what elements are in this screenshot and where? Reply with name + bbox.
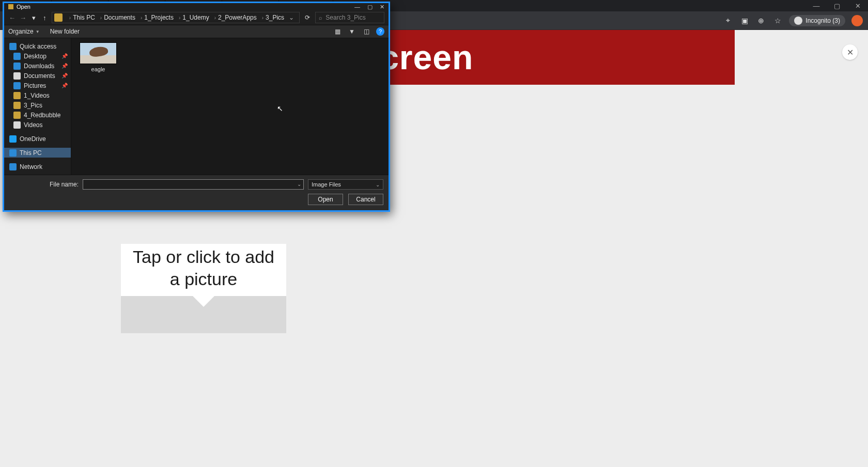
folder-icon (54, 13, 63, 22)
search-input[interactable]: ⌕ Search 3_Pics (315, 12, 384, 23)
chevron-down-icon[interactable]: ⌄ (297, 181, 301, 187)
nav-network[interactable]: Network (4, 162, 71, 172)
preview-pane-icon[interactable]: ◫ (362, 28, 371, 35)
file-name: eagle (91, 66, 105, 72)
nav-documents[interactable]: Documents📌 (4, 71, 71, 81)
dialog-nav-row: ← → ▾ ↑ ›This PC ›Documents ›1_Projects … (4, 10, 389, 25)
camera-icon[interactable]: ▣ (739, 15, 750, 26)
folder-icon (13, 102, 21, 109)
dialog-body: Quick access Desktop📌 Downloads📌 Documen… (4, 38, 389, 175)
pin-icon: 📌 (61, 63, 68, 69)
cancel-button[interactable]: Cancel (348, 194, 383, 205)
folder-icon (13, 112, 21, 119)
close-icon: ✕ (847, 48, 854, 57)
crumb-projects[interactable]: 1_Projects (144, 14, 174, 21)
close-app-button[interactable]: ✕ (842, 44, 858, 60)
star-icon[interactable]: ☆ (772, 15, 783, 26)
eagle-icon (89, 46, 109, 58)
profile-avatar[interactable] (851, 15, 863, 26)
crumb-udemy[interactable]: 1_Udemy (182, 14, 209, 21)
breadcrumb[interactable]: ›This PC ›Documents ›1_Projects ›1_Udemy… (52, 12, 300, 23)
back-icon[interactable]: ← (8, 14, 16, 22)
nav-quick-access[interactable]: Quick access (4, 41, 71, 51)
dialog-title: Open (17, 4, 30, 10)
view-thumbnail-icon[interactable]: ▦ (333, 28, 342, 35)
pin-icon: 📌 (61, 53, 68, 59)
add-picture-caption: Tap or click to add a picture (121, 244, 286, 296)
incognito-badge[interactable]: Incognito (3) (789, 15, 845, 26)
forward-icon[interactable]: → (19, 14, 27, 22)
file-open-dialog: Open — ▢ ✕ ← → ▾ ↑ ›This PC ›Documents ›… (3, 2, 390, 212)
filename-label: File name: (9, 181, 79, 188)
window-min-icon[interactable]: — (806, 2, 827, 10)
documents-icon (13, 72, 21, 80)
file-item-eagle[interactable]: eagle (76, 42, 120, 72)
downloads-icon (13, 63, 21, 70)
search-icon: ⌕ (319, 14, 322, 21)
nav-pane: Quick access Desktop📌 Downloads📌 Documen… (4, 38, 71, 175)
network-icon (9, 163, 17, 170)
open-button[interactable]: Open (308, 194, 343, 205)
search-placeholder: Search 3_Pics (326, 14, 365, 21)
dialog-close-icon[interactable]: ✕ (380, 4, 384, 10)
crumb-documents[interactable]: Documents (104, 14, 135, 21)
chevron-down-icon: ▼ (36, 29, 40, 34)
nav-1videos[interactable]: 1_Videos (4, 90, 71, 100)
chevron-down-icon: ⌄ (376, 182, 380, 188)
crumb-3pics[interactable]: 3_Pics (266, 14, 284, 21)
add-picture-placeholder[interactable] (121, 296, 286, 333)
zoom-icon[interactable]: ⊕ (756, 15, 766, 26)
help-icon[interactable]: ? (376, 27, 384, 36)
file-pane[interactable]: eagle ↖ (71, 38, 389, 175)
videos-icon (13, 121, 21, 129)
folder-icon (8, 4, 13, 9)
cursor-icon: ↖ (277, 104, 283, 113)
pc-icon (9, 149, 17, 157)
nav-4redbubble[interactable]: 4_Redbubble (4, 110, 71, 120)
incognito-label: Incognito (3) (805, 17, 840, 24)
dialog-footer: File name: ⌄ Image Files⌄ Open Cancel (4, 175, 389, 210)
nav-videos[interactable]: Videos (4, 120, 71, 130)
window-max-icon[interactable]: ▢ (827, 2, 847, 10)
window-close-icon[interactable]: ✕ (847, 2, 868, 10)
pin-icon: 📌 (61, 83, 68, 88)
dialog-min-icon[interactable]: — (354, 4, 360, 10)
filename-input[interactable]: ⌄ (83, 179, 304, 190)
nav-thispc[interactable]: This PC (4, 148, 71, 158)
refresh-icon[interactable]: ⟳ (303, 14, 312, 21)
add-picture-control[interactable]: Tap or click to add a picture (121, 244, 286, 333)
recent-dropdown-icon[interactable]: ▾ (30, 14, 38, 22)
cloud-icon (9, 135, 17, 143)
file-thumbnail (80, 42, 117, 64)
filetype-select[interactable]: Image Files⌄ (308, 179, 383, 190)
nav-downloads[interactable]: Downloads📌 (4, 61, 71, 71)
nav-onedrive[interactable]: OneDrive (4, 134, 71, 144)
folder-icon (13, 92, 21, 99)
pictures-icon (13, 82, 21, 89)
dialog-toolbar: Organize▼ New folder ▦ ▼ ◫ ? (4, 25, 389, 38)
nav-3pics[interactable]: 3_Pics (4, 100, 71, 110)
translate-icon[interactable]: ⌖ (723, 15, 733, 26)
nav-desktop[interactable]: Desktop📌 (4, 51, 71, 61)
new-folder-button[interactable]: New folder (50, 28, 80, 35)
crumb-powerapps[interactable]: 2_PowerApps (218, 14, 257, 21)
organize-button[interactable]: Organize▼ (8, 28, 40, 35)
chevron-down-icon[interactable]: ▼ (347, 28, 357, 35)
nav-pictures[interactable]: Pictures📌 (4, 81, 71, 90)
chevron-down-icon[interactable]: ⌄ (286, 14, 297, 21)
pin-icon: 📌 (61, 73, 68, 79)
dialog-titlebar[interactable]: Open — ▢ ✕ (4, 3, 389, 10)
incognito-icon (794, 17, 802, 25)
dialog-max-icon[interactable]: ▢ (367, 4, 373, 10)
desktop-icon (13, 53, 21, 60)
up-icon[interactable]: ↑ (41, 14, 49, 22)
crumb-thispc[interactable]: This PC (73, 14, 95, 21)
star-icon (9, 43, 17, 50)
